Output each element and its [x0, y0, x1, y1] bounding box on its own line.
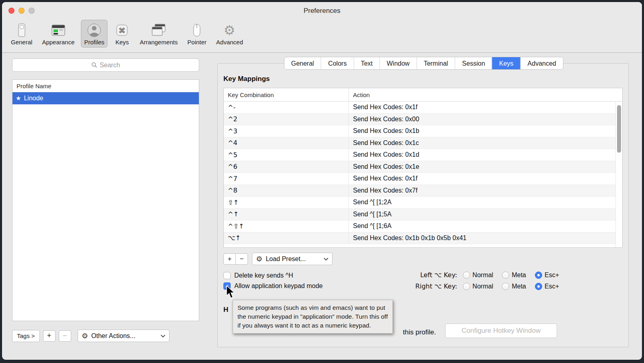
tab-general[interactable]: General [284, 57, 321, 69]
option-key-rows: Left ⌥ Key:NormalMetaEsc+Right ⌥ Key:Nor… [410, 271, 559, 290]
radio-button[interactable] [535, 272, 542, 279]
key-combination-cell: ^3 [224, 125, 349, 137]
key-mapping-row[interactable]: ^2Send Hex Codes: 0x00 [224, 114, 615, 126]
option-key-label: Left ⌥ Key: [410, 271, 457, 279]
table-controls: + − ⚙ Load Preset... [223, 253, 623, 265]
key-mapping-row[interactable]: ^5Send Hex Codes: 0x1d [224, 149, 615, 161]
mouse-cursor-icon [225, 285, 236, 300]
tab-colors[interactable]: Colors [321, 57, 353, 69]
radio-button[interactable] [502, 272, 509, 279]
tab-keys[interactable]: Keys [492, 57, 520, 69]
tab-text[interactable]: Text [353, 57, 379, 69]
tab-advanced[interactable]: Advanced [520, 57, 563, 69]
toolbar-item-label: Arrangements [140, 39, 178, 46]
remove-mapping-button[interactable]: − [235, 253, 248, 265]
tab-session[interactable]: Session [455, 57, 492, 69]
key-combination-cell: ^⇧↑ [224, 220, 349, 232]
radio-label: Meta [512, 272, 526, 279]
radio-option-normal[interactable]: Normal [463, 283, 493, 290]
action-cell: Send Hex Codes: 0x1f [349, 173, 615, 185]
toolbar-item-profiles[interactable]: Profiles [81, 20, 107, 48]
key-mapping-row[interactable]: ^7Send Hex Codes: 0x1f [224, 173, 615, 185]
remove-profile-button[interactable]: − [59, 330, 71, 342]
key-mapping-row[interactable]: ^4Send Hex Codes: 0x1c [224, 137, 615, 149]
close-button[interactable] [8, 8, 14, 14]
key-combination-cell: ^↑ [224, 209, 349, 220]
radio-button[interactable] [535, 283, 542, 290]
titlebar: Preferences [2, 2, 642, 19]
search-icon [91, 62, 97, 68]
tab-terminal[interactable]: Terminal [417, 57, 455, 69]
toolbar-item-arrangements[interactable]: Arrangements [136, 20, 181, 48]
minimize-button[interactable] [19, 8, 25, 14]
action-cell: Send Hex Codes: 0x1e [349, 161, 615, 173]
search-input[interactable]: Search [12, 58, 199, 72]
key-mapping-row[interactable]: ^6Send Hex Codes: 0x1e [224, 161, 615, 173]
configure-hotkey-window-button[interactable]: Configure Hotkey Window [445, 324, 557, 338]
load-preset-label: Load Preset... [266, 255, 306, 263]
chevron-down-icon [324, 257, 328, 261]
radio-option-esc[interactable]: Esc+ [535, 283, 559, 290]
svg-text:⌘: ⌘ [119, 27, 126, 35]
toolbar-item-label: Pointer [188, 39, 207, 46]
key-mappings-table: Key Combination Action ^-Send Hex Codes:… [223, 88, 623, 248]
option-key-label: Right ⌥ Key: [410, 282, 457, 290]
toolbar-item-label: Profiles [84, 39, 104, 46]
key-mapping-row[interactable]: ⇧↑Send ^[ [1;2A [224, 197, 615, 209]
toolbar-item-appearance[interactable]: Appearance [39, 20, 78, 48]
key-combination-cell: ^2 [224, 114, 349, 125]
radio-option-esc[interactable]: Esc+ [535, 272, 559, 279]
scrollbar-thumb[interactable] [617, 105, 621, 153]
radio-label: Normal [473, 272, 493, 279]
profiles-icon [86, 22, 102, 38]
toolbar-item-label: Appearance [42, 39, 74, 46]
toolbar-item-label: General [11, 39, 32, 46]
toolbar: GeneralAppearanceProfiles⌘KeysArrangemen… [2, 19, 642, 53]
key-combination-cell: ^4 [224, 137, 349, 149]
option-key-row: Right ⌥ Key:NormalMetaEsc+ [410, 282, 559, 290]
column-header-action: Action [349, 88, 622, 101]
radio-button[interactable] [463, 272, 470, 279]
tags-button[interactable]: Tags > [12, 330, 40, 342]
profile-name: Linode [24, 95, 43, 102]
radio-label: Meta [512, 283, 526, 290]
radio-button[interactable] [463, 283, 470, 290]
tab-window[interactable]: Window [380, 57, 417, 69]
radio-label: Esc+ [545, 283, 559, 290]
key-mapping-row[interactable]: ⌥↑Send Hex Codes: 0x1b 0x1b 0x5b 0x41 [224, 232, 615, 245]
other-actions-dropdown[interactable]: ⚙ Other Actions... [78, 330, 169, 342]
load-preset-dropdown[interactable]: ⚙ Load Preset... [252, 253, 332, 265]
action-cell: Send ^[ [1;5A [349, 209, 615, 220]
screen: Preferences GeneralAppearanceProfiles⌘Ke… [0, 0, 644, 363]
key-mapping-row[interactable]: ^⇧↑Send ^[ [1;6A [224, 220, 615, 232]
window-controls [8, 8, 35, 14]
profile-list-item[interactable]: ★Linode [12, 92, 199, 104]
option-key-row: Left ⌥ Key:NormalMetaEsc+ [410, 271, 559, 279]
radio-option-normal[interactable]: Normal [463, 272, 493, 279]
scrollbar-track [615, 102, 616, 247]
key-mapping-row[interactable]: ^↑Send ^[ [1;5A [224, 209, 615, 221]
radio-option-meta[interactable]: Meta [502, 283, 526, 290]
keys-icon: ⌘ [114, 22, 130, 38]
window-title: Preferences [2, 2, 642, 20]
toolbar-item-general[interactable]: General [8, 20, 35, 48]
action-cell: Send Hex Codes: 0x1c [349, 137, 615, 149]
toolbar-item-keys[interactable]: ⌘Keys [111, 20, 133, 48]
search-placeholder: Search [100, 62, 120, 69]
add-mapping-button[interactable]: + [223, 253, 236, 265]
radio-option-meta[interactable]: Meta [502, 272, 526, 279]
unchecked-checkbox[interactable] [223, 272, 231, 279]
key-mapping-row[interactable]: ^-Send Hex Codes: 0x1f [224, 102, 615, 114]
zoom-button[interactable] [29, 8, 35, 14]
add-profile-button[interactable]: + [43, 330, 56, 342]
profile-list: Profile Name ★Linode [12, 79, 199, 321]
key-combination-cell: ^8 [224, 185, 349, 197]
key-mapping-row[interactable]: ^3Send Hex Codes: 0x1b [224, 125, 615, 137]
radio-button[interactable] [502, 283, 509, 290]
arrangements-icon [151, 22, 167, 38]
toolbar-item-pointer[interactable]: Pointer [184, 20, 210, 48]
key-mapping-row[interactable]: ^8Send Hex Codes: 0x7f [224, 185, 615, 197]
toolbar-item-advanced[interactable]: ⚙Advanced [213, 20, 246, 48]
action-cell: Send ^[ [1;6A [349, 220, 615, 232]
key-combination-cell: ⌥↑ [224, 232, 349, 244]
